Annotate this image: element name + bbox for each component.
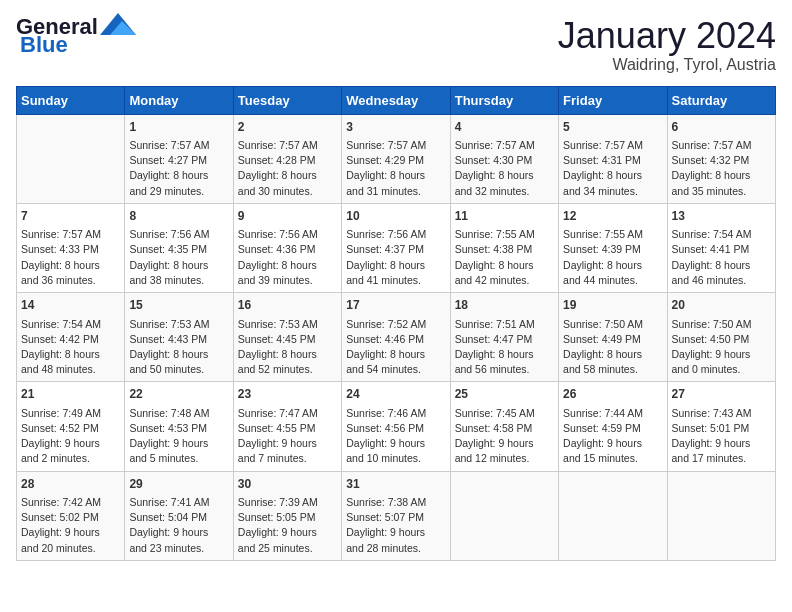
calendar-cell: 12Sunrise: 7:55 AM Sunset: 4:39 PM Dayli…: [559, 203, 667, 292]
day-number: 15: [129, 297, 228, 314]
day-number: 24: [346, 386, 445, 403]
cell-info: Sunrise: 7:57 AM Sunset: 4:28 PM Dayligh…: [238, 138, 337, 199]
day-number: 12: [563, 208, 662, 225]
cell-info: Sunrise: 7:44 AM Sunset: 4:59 PM Dayligh…: [563, 406, 662, 467]
cell-info: Sunrise: 7:57 AM Sunset: 4:31 PM Dayligh…: [563, 138, 662, 199]
cell-info: Sunrise: 7:41 AM Sunset: 5:04 PM Dayligh…: [129, 495, 228, 556]
day-number: 1: [129, 119, 228, 136]
month-title: January 2024: [558, 16, 776, 56]
cell-info: Sunrise: 7:57 AM Sunset: 4:33 PM Dayligh…: [21, 227, 120, 288]
calendar-cell: 3Sunrise: 7:57 AM Sunset: 4:29 PM Daylig…: [342, 114, 450, 203]
cell-info: Sunrise: 7:57 AM Sunset: 4:27 PM Dayligh…: [129, 138, 228, 199]
day-number: 19: [563, 297, 662, 314]
day-header: Monday: [125, 86, 233, 114]
day-header: Sunday: [17, 86, 125, 114]
cell-info: Sunrise: 7:38 AM Sunset: 5:07 PM Dayligh…: [346, 495, 445, 556]
calendar-cell: [559, 471, 667, 560]
cell-info: Sunrise: 7:54 AM Sunset: 4:41 PM Dayligh…: [672, 227, 771, 288]
calendar-cell: 20Sunrise: 7:50 AM Sunset: 4:50 PM Dayli…: [667, 293, 775, 382]
cell-info: Sunrise: 7:56 AM Sunset: 4:37 PM Dayligh…: [346, 227, 445, 288]
day-header: Saturday: [667, 86, 775, 114]
calendar-header-row: SundayMondayTuesdayWednesdayThursdayFrid…: [17, 86, 776, 114]
cell-info: Sunrise: 7:43 AM Sunset: 5:01 PM Dayligh…: [672, 406, 771, 467]
calendar-cell: 1Sunrise: 7:57 AM Sunset: 4:27 PM Daylig…: [125, 114, 233, 203]
cell-info: Sunrise: 7:55 AM Sunset: 4:39 PM Dayligh…: [563, 227, 662, 288]
cell-info: Sunrise: 7:53 AM Sunset: 4:45 PM Dayligh…: [238, 317, 337, 378]
calendar-cell: 10Sunrise: 7:56 AM Sunset: 4:37 PM Dayli…: [342, 203, 450, 292]
cell-info: Sunrise: 7:55 AM Sunset: 4:38 PM Dayligh…: [455, 227, 554, 288]
cell-info: Sunrise: 7:51 AM Sunset: 4:47 PM Dayligh…: [455, 317, 554, 378]
calendar-cell: 28Sunrise: 7:42 AM Sunset: 5:02 PM Dayli…: [17, 471, 125, 560]
calendar-cell: 21Sunrise: 7:49 AM Sunset: 4:52 PM Dayli…: [17, 382, 125, 471]
day-number: 27: [672, 386, 771, 403]
cell-info: Sunrise: 7:57 AM Sunset: 4:30 PM Dayligh…: [455, 138, 554, 199]
title-area: January 2024 Waidring, Tyrol, Austria: [558, 16, 776, 74]
cell-info: Sunrise: 7:54 AM Sunset: 4:42 PM Dayligh…: [21, 317, 120, 378]
calendar-cell: 19Sunrise: 7:50 AM Sunset: 4:49 PM Dayli…: [559, 293, 667, 382]
calendar-week-row: 7Sunrise: 7:57 AM Sunset: 4:33 PM Daylig…: [17, 203, 776, 292]
location-subtitle: Waidring, Tyrol, Austria: [558, 56, 776, 74]
calendar-cell: 2Sunrise: 7:57 AM Sunset: 4:28 PM Daylig…: [233, 114, 341, 203]
day-number: 2: [238, 119, 337, 136]
calendar-cell: 30Sunrise: 7:39 AM Sunset: 5:05 PM Dayli…: [233, 471, 341, 560]
day-number: 29: [129, 476, 228, 493]
calendar-cell: 24Sunrise: 7:46 AM Sunset: 4:56 PM Dayli…: [342, 382, 450, 471]
calendar-cell: [667, 471, 775, 560]
cell-info: Sunrise: 7:50 AM Sunset: 4:49 PM Dayligh…: [563, 317, 662, 378]
cell-info: Sunrise: 7:53 AM Sunset: 4:43 PM Dayligh…: [129, 317, 228, 378]
day-number: 18: [455, 297, 554, 314]
calendar-cell: 17Sunrise: 7:52 AM Sunset: 4:46 PM Dayli…: [342, 293, 450, 382]
calendar-table: SundayMondayTuesdayWednesdayThursdayFrid…: [16, 86, 776, 561]
cell-info: Sunrise: 7:52 AM Sunset: 4:46 PM Dayligh…: [346, 317, 445, 378]
day-number: 10: [346, 208, 445, 225]
calendar-cell: 11Sunrise: 7:55 AM Sunset: 4:38 PM Dayli…: [450, 203, 558, 292]
calendar-cell: 15Sunrise: 7:53 AM Sunset: 4:43 PM Dayli…: [125, 293, 233, 382]
day-number: 20: [672, 297, 771, 314]
calendar-cell: 22Sunrise: 7:48 AM Sunset: 4:53 PM Dayli…: [125, 382, 233, 471]
day-header: Thursday: [450, 86, 558, 114]
calendar-week-row: 1Sunrise: 7:57 AM Sunset: 4:27 PM Daylig…: [17, 114, 776, 203]
cell-info: Sunrise: 7:56 AM Sunset: 4:35 PM Dayligh…: [129, 227, 228, 288]
day-number: 13: [672, 208, 771, 225]
calendar-cell: 25Sunrise: 7:45 AM Sunset: 4:58 PM Dayli…: [450, 382, 558, 471]
day-number: 30: [238, 476, 337, 493]
calendar-cell: 14Sunrise: 7:54 AM Sunset: 4:42 PM Dayli…: [17, 293, 125, 382]
day-number: 6: [672, 119, 771, 136]
calendar-week-row: 14Sunrise: 7:54 AM Sunset: 4:42 PM Dayli…: [17, 293, 776, 382]
cell-info: Sunrise: 7:46 AM Sunset: 4:56 PM Dayligh…: [346, 406, 445, 467]
calendar-cell: 8Sunrise: 7:56 AM Sunset: 4:35 PM Daylig…: [125, 203, 233, 292]
day-number: 25: [455, 386, 554, 403]
cell-info: Sunrise: 7:47 AM Sunset: 4:55 PM Dayligh…: [238, 406, 337, 467]
cell-info: Sunrise: 7:48 AM Sunset: 4:53 PM Dayligh…: [129, 406, 228, 467]
day-number: 17: [346, 297, 445, 314]
calendar-week-row: 28Sunrise: 7:42 AM Sunset: 5:02 PM Dayli…: [17, 471, 776, 560]
calendar-cell: 16Sunrise: 7:53 AM Sunset: 4:45 PM Dayli…: [233, 293, 341, 382]
day-header: Wednesday: [342, 86, 450, 114]
day-header: Tuesday: [233, 86, 341, 114]
cell-info: Sunrise: 7:45 AM Sunset: 4:58 PM Dayligh…: [455, 406, 554, 467]
calendar-cell: 7Sunrise: 7:57 AM Sunset: 4:33 PM Daylig…: [17, 203, 125, 292]
day-number: 9: [238, 208, 337, 225]
cell-info: Sunrise: 7:56 AM Sunset: 4:36 PM Dayligh…: [238, 227, 337, 288]
day-number: 5: [563, 119, 662, 136]
calendar-cell: [450, 471, 558, 560]
cell-info: Sunrise: 7:39 AM Sunset: 5:05 PM Dayligh…: [238, 495, 337, 556]
day-number: 4: [455, 119, 554, 136]
day-number: 14: [21, 297, 120, 314]
calendar-cell: 18Sunrise: 7:51 AM Sunset: 4:47 PM Dayli…: [450, 293, 558, 382]
cell-info: Sunrise: 7:42 AM Sunset: 5:02 PM Dayligh…: [21, 495, 120, 556]
day-number: 3: [346, 119, 445, 136]
calendar-cell: 26Sunrise: 7:44 AM Sunset: 4:59 PM Dayli…: [559, 382, 667, 471]
page-header: General Blue January 2024 Waidring, Tyro…: [16, 16, 776, 74]
logo-icon: [100, 13, 136, 35]
day-number: 26: [563, 386, 662, 403]
calendar-cell: [17, 114, 125, 203]
cell-info: Sunrise: 7:50 AM Sunset: 4:50 PM Dayligh…: [672, 317, 771, 378]
day-number: 7: [21, 208, 120, 225]
day-header: Friday: [559, 86, 667, 114]
calendar-cell: 4Sunrise: 7:57 AM Sunset: 4:30 PM Daylig…: [450, 114, 558, 203]
day-number: 22: [129, 386, 228, 403]
calendar-cell: 29Sunrise: 7:41 AM Sunset: 5:04 PM Dayli…: [125, 471, 233, 560]
calendar-week-row: 21Sunrise: 7:49 AM Sunset: 4:52 PM Dayli…: [17, 382, 776, 471]
calendar-cell: 27Sunrise: 7:43 AM Sunset: 5:01 PM Dayli…: [667, 382, 775, 471]
